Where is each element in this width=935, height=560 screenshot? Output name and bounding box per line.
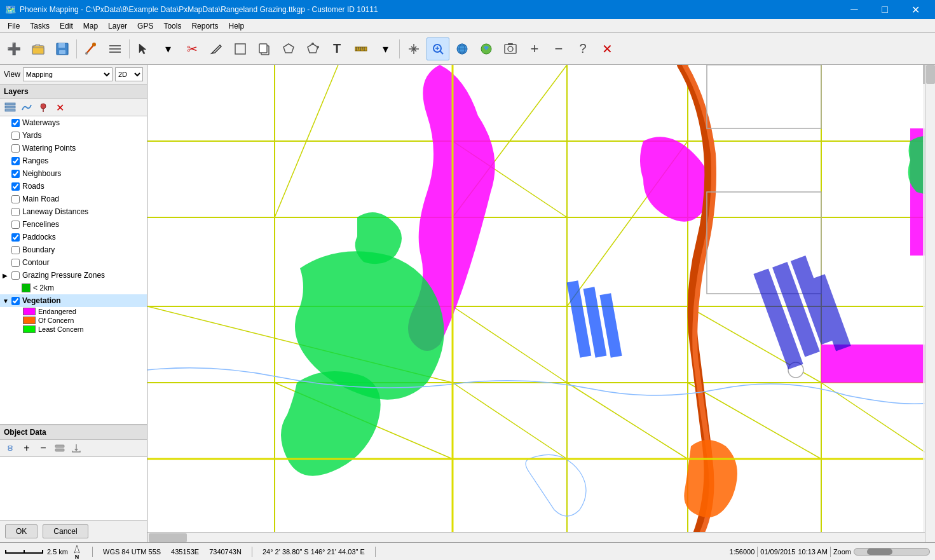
- layer-color-veg-endangered: [23, 308, 36, 315]
- map-scrollbar-h[interactable]: [147, 532, 925, 542]
- add-button[interactable]: ➕: [3, 38, 25, 60]
- minimize-button[interactable]: ─: [840, 0, 869, 19]
- layer-checkbox-main-road[interactable]: [11, 195, 20, 203]
- layer-item-laneway-distances[interactable]: Laneway Distances: [0, 205, 147, 218]
- layers-pin-button[interactable]: [36, 100, 51, 114]
- layer-checkbox-paddocks[interactable]: [11, 233, 20, 242]
- cut-tool[interactable]: ✂: [181, 38, 203, 60]
- scrollbar-thumb-h[interactable]: [149, 533, 187, 542]
- layer-item-veg-endangered[interactable]: Endangered: [0, 307, 147, 316]
- zoom-slider[interactable]: [854, 548, 930, 556]
- layers-stack-button[interactable]: [3, 100, 18, 114]
- draw-tool[interactable]: [205, 38, 228, 60]
- zoom-thumb[interactable]: [867, 549, 892, 555]
- obj-remove-button[interactable]: −: [36, 441, 51, 455]
- layer-checkbox-watering-points[interactable]: [11, 144, 20, 153]
- zoom-box-tool[interactable]: [427, 38, 449, 60]
- menu-item-layer[interactable]: Layer: [103, 20, 132, 32]
- svg-rect-4: [59, 50, 65, 54]
- zoom-in-button[interactable]: +: [523, 38, 546, 60]
- select-dropdown[interactable]: ▾: [156, 38, 179, 60]
- menu-item-help[interactable]: Help: [223, 20, 249, 32]
- menu-item-tasks[interactable]: Tasks: [25, 20, 55, 32]
- polygon-tool[interactable]: [277, 38, 300, 60]
- capture-button[interactable]: [499, 38, 522, 60]
- open-button[interactable]: [27, 38, 50, 60]
- menu-item-file[interactable]: File: [3, 20, 25, 32]
- cancel-button[interactable]: Cancel: [43, 524, 88, 538]
- edit-polygon-tool[interactable]: [301, 38, 324, 60]
- layer-item-fencelines[interactable]: Fencelines: [0, 218, 147, 231]
- layer-checkbox-contour[interactable]: [11, 259, 20, 267]
- menu-item-map[interactable]: Map: [78, 20, 103, 32]
- svg-rect-8: [109, 45, 121, 46]
- dim-dropdown[interactable]: 2D 3D: [115, 67, 143, 81]
- layer-checkbox-fencelines[interactable]: [11, 221, 20, 229]
- obj-add-button[interactable]: +: [19, 441, 34, 455]
- earth-zoom-button[interactable]: [475, 38, 498, 60]
- layer-checkbox-vegetation[interactable]: [11, 297, 20, 305]
- layer-label-ranges: Ranges: [22, 156, 48, 165]
- layer-item-watering-points[interactable]: Watering Points: [0, 142, 147, 154]
- measure-dropdown[interactable]: ▾: [374, 38, 397, 60]
- zoom-out-button[interactable]: −: [547, 38, 570, 60]
- layer-checkbox-ranges[interactable]: [11, 157, 20, 165]
- layer-item-main-road[interactable]: Main Road: [0, 193, 147, 205]
- layer-expand-grazing-pressure-zones[interactable]: ▶: [3, 272, 11, 279]
- layer-item-veg-least[interactable]: Least Concern: [0, 325, 147, 334]
- copy-button[interactable]: [253, 38, 276, 60]
- obj-export-button[interactable]: [69, 441, 84, 455]
- layer-item-gpz-2km[interactable]: < 2km: [0, 282, 147, 294]
- object-data-toolbar: + −: [0, 440, 147, 457]
- measure-tool[interactable]: [350, 38, 372, 60]
- save-button[interactable]: [51, 38, 74, 60]
- layer-expand-vegetation[interactable]: ▼: [3, 297, 11, 304]
- close-map-button[interactable]: ✕: [596, 38, 618, 60]
- obj-move-button[interactable]: [52, 441, 67, 455]
- settings-button[interactable]: [104, 38, 126, 60]
- layer-checkbox-roads[interactable]: [11, 182, 20, 191]
- layer-label-roads: Roads: [22, 182, 44, 191]
- layer-checkbox-yards[interactable]: [11, 132, 20, 140]
- close-button[interactable]: ✕: [901, 0, 930, 19]
- menu-item-tools[interactable]: Tools: [158, 20, 186, 32]
- layer-item-vegetation[interactable]: ▼Vegetation: [0, 294, 147, 307]
- text-tool[interactable]: T: [325, 38, 348, 60]
- scrollbar-thumb-v[interactable]: [926, 65, 935, 84]
- new-feature-button[interactable]: [229, 38, 252, 60]
- ok-button[interactable]: OK: [5, 524, 38, 538]
- select-tool[interactable]: [132, 38, 155, 60]
- layer-item-paddocks[interactable]: Paddocks: [0, 231, 147, 243]
- layers-list[interactable]: WaterwaysYardsWatering PointsRangesNeigh…: [0, 116, 147, 425]
- layer-item-veg-concern[interactable]: Of Concern: [0, 316, 147, 325]
- layer-item-ranges[interactable]: Ranges: [0, 154, 147, 167]
- menu-item-reports[interactable]: Reports: [186, 20, 223, 32]
- view-dropdown[interactable]: Mapping Satellite Hybrid: [23, 67, 113, 81]
- layer-item-waterways[interactable]: Waterways: [0, 116, 147, 129]
- layer-item-boundary[interactable]: Boundary: [0, 243, 147, 256]
- help-button[interactable]: ?: [571, 38, 594, 60]
- map-scrollbar-v[interactable]: [925, 65, 935, 542]
- map-area[interactable]: [147, 65, 935, 542]
- edit-attributes-button[interactable]: [79, 38, 102, 60]
- obj-link-button[interactable]: [3, 441, 18, 455]
- layer-item-roads[interactable]: Roads: [0, 180, 147, 193]
- menu-item-gps[interactable]: GPS: [132, 20, 158, 32]
- maximize-button[interactable]: □: [870, 0, 899, 19]
- layer-item-grazing-pressure-zones[interactable]: ▶Grazing Pressure Zones: [0, 269, 147, 282]
- titlebar: 🗺️ Phoenix Mapping - C:\PxData\8\Example…: [0, 0, 935, 19]
- layer-item-yards[interactable]: Yards: [0, 129, 147, 142]
- layer-item-contour[interactable]: Contour: [0, 256, 147, 269]
- layer-checkbox-neighbours[interactable]: [11, 170, 20, 178]
- layers-wave-button[interactable]: [19, 100, 34, 114]
- layer-checkbox-boundary[interactable]: [11, 246, 20, 254]
- layer-checkbox-grazing-pressure-zones[interactable]: [11, 271, 20, 280]
- globe-button[interactable]: [451, 38, 474, 60]
- layer-checkbox-waterways[interactable]: [11, 119, 20, 127]
- layers-remove-button[interactable]: ✕: [52, 100, 67, 114]
- menu-item-edit[interactable]: Edit: [55, 20, 78, 32]
- pan-tool[interactable]: [402, 38, 425, 60]
- layer-checkbox-laneway-distances[interactable]: [11, 208, 20, 216]
- layer-item-neighbours[interactable]: Neighbours: [0, 167, 147, 180]
- sep-s5: [830, 547, 831, 557]
